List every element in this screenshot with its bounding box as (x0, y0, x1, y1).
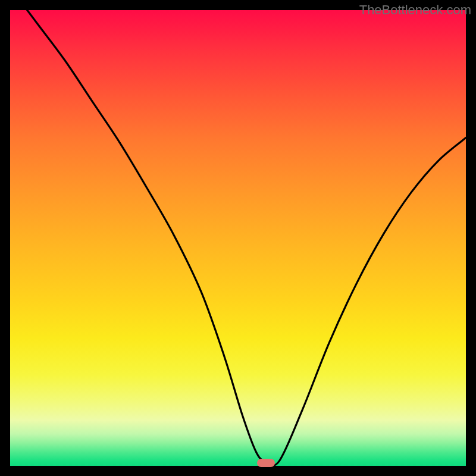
plot-area (10, 10, 466, 466)
chart-container: TheBottleneck.com (0, 0, 476, 476)
optimal-marker (257, 459, 275, 467)
gradient-background (10, 10, 466, 466)
